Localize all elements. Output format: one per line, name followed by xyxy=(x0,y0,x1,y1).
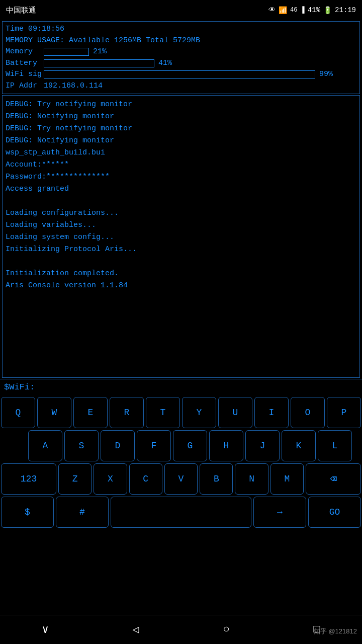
time-display: 21:19 xyxy=(335,6,356,14)
memory-usage-line: MEMORY USAGE: Available 1256MB Total 572… xyxy=(6,35,356,47)
battery-percent: 41% xyxy=(308,6,320,14)
key-z[interactable]: Z xyxy=(58,463,92,495)
key-i[interactable]: I xyxy=(254,397,289,428)
terminal-line: Account:****** xyxy=(6,159,356,171)
nav-back[interactable]: ◁ xyxy=(132,623,139,636)
nav-home[interactable]: ○ xyxy=(223,623,229,636)
key-h[interactable]: H xyxy=(209,430,243,461)
key-space[interactable] xyxy=(111,497,251,528)
key-l[interactable]: L xyxy=(318,430,352,461)
battery-percent: 41% xyxy=(158,58,172,69)
key-c[interactable]: C xyxy=(129,463,162,495)
carrier-label: 中国联通 xyxy=(6,6,36,15)
key-go[interactable]: GO xyxy=(308,497,361,528)
key-s[interactable]: S xyxy=(64,430,99,461)
terminal-line: DEBUG: Try notifying monitor xyxy=(6,123,356,135)
key-w[interactable]: W xyxy=(37,397,71,428)
terminal-line: Access granted xyxy=(6,183,356,195)
wifi-label: WiFi sig xyxy=(6,69,44,80)
wifi-bar-line: WiFi sig 99% xyxy=(6,69,356,80)
eye-icon: 👁 xyxy=(268,6,276,14)
key-v[interactable]: V xyxy=(164,463,198,495)
keyboard-row4: $ # → GO xyxy=(1,497,361,528)
battery-icon: 🔋 xyxy=(323,6,332,15)
nav-bar: ∨ ◁ ○ □ 知乎 @121812 xyxy=(0,615,362,644)
terminal-line: Aris Console version 1.1.84 xyxy=(6,280,356,292)
key-hash[interactable]: # xyxy=(56,497,109,528)
cmd-bar: $WiFi: xyxy=(0,379,362,395)
key-t[interactable]: T xyxy=(146,397,180,428)
keyboard-row3: 123 ZXCVBNM ⌫ xyxy=(1,463,361,495)
key-u[interactable]: U xyxy=(218,397,252,428)
terminal-line: wsp_stp_auth_build.bui xyxy=(6,147,356,159)
terminal-line: Loading variables... xyxy=(6,219,356,231)
key-o[interactable]: O xyxy=(291,397,325,428)
key-j[interactable]: J xyxy=(245,430,280,461)
memory-bar-container xyxy=(44,48,89,56)
key-f[interactable]: F xyxy=(137,430,171,461)
terminal-line: Password:************** xyxy=(6,171,356,183)
terminal-line xyxy=(6,195,356,207)
key-dollar[interactable]: $ xyxy=(1,497,54,528)
ip-label: IP Addr xyxy=(6,80,44,92)
battery-label: Battery xyxy=(6,58,44,69)
memory-bar-line: Memory 21% xyxy=(6,46,356,58)
key-r[interactable]: R xyxy=(110,397,144,428)
key-backspace[interactable]: ⌫ xyxy=(306,463,361,495)
battery-bar-line: Battery 41% xyxy=(6,58,356,69)
key-y[interactable]: Y xyxy=(182,397,216,428)
terminal-panel: DEBUG: Try notifying monitorDEBUG: Notif… xyxy=(2,95,360,378)
key-arrow[interactable]: → xyxy=(253,497,306,528)
info-panel: Time 09:18:56 MEMORY USAGE: Available 12… xyxy=(2,21,360,94)
signal-bars-icon: ▐ xyxy=(300,6,304,14)
terminal-line: Initializing Protocol Aris... xyxy=(6,244,356,256)
key-123[interactable]: 123 xyxy=(1,463,56,495)
key-e[interactable]: E xyxy=(73,397,108,428)
memory-percent: 21% xyxy=(93,46,107,58)
keyboard: QWERTYUIOP ASDFGHJKL 123 ZXCVBNM ⌫ $ # →… xyxy=(0,395,362,532)
status-right: 👁 📶 46 ▐ 41% 🔋 21:19 xyxy=(268,6,356,15)
terminal-line: Initialization completed. xyxy=(6,268,356,280)
key-a[interactable]: A xyxy=(28,430,62,461)
terminal-line: Loading configurations... xyxy=(6,207,356,219)
ip-line: IP Addr 192.168.0.114 xyxy=(6,80,356,92)
wifi-bar-container xyxy=(44,70,315,78)
key-k[interactable]: K xyxy=(282,430,316,461)
watermark: 知乎 @121812 xyxy=(314,627,357,636)
status-bar: 中国联通 👁 📶 46 ▐ 41% 🔋 21:19 xyxy=(0,0,362,20)
terminal-line: DEBUG: Notifying monitor xyxy=(6,135,356,147)
memory-label: Memory xyxy=(6,46,44,58)
terminal-line: DEBUG: Notifying monitor xyxy=(6,111,356,123)
cmd-prompt: $WiFi: xyxy=(4,382,35,392)
nav-down[interactable]: ∨ xyxy=(42,623,48,636)
wifi-icon: 📶 xyxy=(279,6,287,15)
key-q[interactable]: Q xyxy=(1,397,35,428)
terminal-line: DEBUG: Try notifying monitor xyxy=(6,99,356,111)
key-m[interactable]: M xyxy=(270,463,304,495)
terminal-line: Loading system config... xyxy=(6,231,356,244)
keyboard-row2: ASDFGHJKL xyxy=(1,430,361,461)
wifi-percent: 99% xyxy=(319,69,333,80)
key-g[interactable]: G xyxy=(173,430,207,461)
key-n[interactable]: N xyxy=(235,463,268,495)
terminal-line xyxy=(6,256,356,268)
ip-value: 192.168.0.114 xyxy=(44,80,103,92)
terminal-lines: DEBUG: Try notifying monitorDEBUG: Notif… xyxy=(6,99,356,292)
key-x[interactable]: X xyxy=(94,463,127,495)
keyboard-row1: QWERTYUIOP xyxy=(1,397,361,428)
key-b[interactable]: B xyxy=(200,463,233,495)
key-p[interactable]: P xyxy=(327,397,361,428)
battery-bar-container xyxy=(44,59,154,67)
key-d[interactable]: D xyxy=(101,430,135,461)
time-line: Time 09:18:56 xyxy=(6,24,356,35)
signal-label: 46 xyxy=(290,7,297,14)
